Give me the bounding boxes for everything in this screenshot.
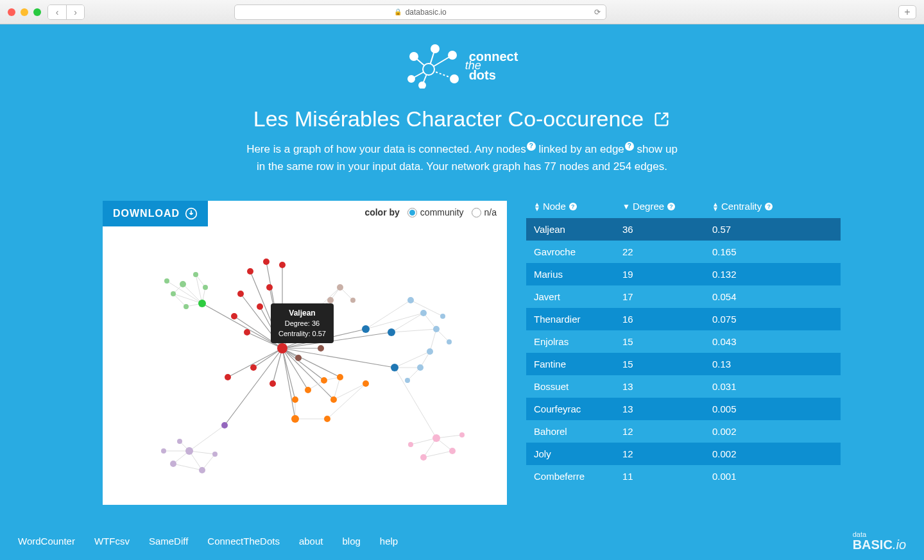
table-row[interactable]: Enjolras150.043 (526, 330, 841, 353)
svg-line-59 (334, 377, 340, 400)
svg-line-69 (173, 464, 202, 470)
svg-line-71 (395, 368, 436, 438)
color-by-label: color by (364, 207, 399, 217)
table-row[interactable]: Fantine150.13 (526, 353, 841, 375)
sort-icon: ▲▼ (712, 202, 719, 211)
svg-point-9 (449, 51, 456, 59)
svg-line-19 (234, 316, 282, 348)
help-icon[interactable]: ? (527, 142, 536, 151)
svg-point-140 (420, 454, 427, 461)
svg-point-107 (318, 345, 324, 352)
url-text: databasic.io (406, 8, 447, 17)
svg-line-48 (395, 352, 430, 368)
svg-point-86 (180, 281, 186, 287)
svg-point-89 (203, 285, 208, 290)
nav-buttons: ‹ › (47, 4, 85, 20)
svg-point-106 (305, 335, 311, 342)
maximize-window-button[interactable] (33, 8, 41, 16)
table-row[interactable]: Javert170.054 (526, 285, 841, 308)
network-graph[interactable] (103, 201, 507, 502)
table-row[interactable]: Bossuet130.031 (526, 375, 841, 398)
svg-point-126 (427, 348, 433, 355)
svg-line-67 (189, 451, 215, 454)
logo-text: connect the dots (469, 51, 518, 81)
lock-icon: 🔒 (394, 8, 402, 15)
svg-line-21 (270, 287, 282, 348)
th-degree[interactable]: ▼ Degree ? (622, 201, 712, 212)
radio-na[interactable]: n/a (472, 207, 497, 217)
back-button[interactable]: ‹ (48, 5, 66, 19)
radio-icon (407, 208, 417, 217)
svg-point-135 (177, 439, 182, 444)
reload-icon[interactable]: ⟳ (594, 8, 601, 17)
footer-link[interactable]: SameDiff (149, 536, 188, 547)
svg-point-133 (170, 461, 176, 467)
svg-line-47 (391, 329, 436, 332)
footer-link[interactable]: WTFcsv (94, 536, 130, 547)
svg-point-125 (433, 326, 440, 332)
page-title: Les Misérables Character Co-occurence (253, 106, 644, 132)
logo-area: connect the dots (0, 24, 924, 89)
svg-line-74 (436, 435, 462, 438)
svg-point-97 (231, 313, 237, 319)
svg-point-98 (244, 329, 250, 335)
svg-point-10 (408, 76, 415, 82)
footer-link[interactable]: blog (342, 536, 360, 547)
table-row[interactable]: Thenardier160.075 (526, 308, 841, 330)
table-row[interactable]: Bahorel120.002 (526, 420, 841, 443)
svg-point-122 (391, 364, 398, 371)
table-row[interactable]: Valjean360.57 (526, 218, 841, 241)
svg-line-23 (228, 348, 282, 377)
download-button[interactable]: DOWNLOAD (103, 201, 208, 226)
svg-point-105 (291, 325, 299, 333)
svg-point-130 (405, 378, 410, 383)
logo[interactable]: connect the dots (406, 44, 518, 89)
footer-link[interactable]: help (380, 536, 398, 547)
svg-point-111 (350, 298, 355, 303)
table-row[interactable]: Marius190.132 (526, 263, 841, 285)
table-row[interactable]: Courfeyrac130.005 (526, 398, 841, 420)
svg-point-136 (212, 452, 218, 457)
th-node[interactable]: ▲▼ Node ? (526, 201, 622, 212)
new-tab-button[interactable]: + (898, 5, 916, 19)
th-centrality[interactable]: ▲▼ Centrality ? (712, 201, 841, 212)
radio-community[interactable]: community (407, 207, 464, 217)
radio-icon (472, 208, 481, 217)
minimize-window-button[interactable] (21, 8, 28, 16)
close-window-button[interactable] (8, 8, 15, 16)
svg-point-114 (321, 377, 327, 384)
svg-point-132 (185, 447, 193, 455)
svg-line-41 (295, 287, 340, 329)
svg-point-6 (423, 64, 434, 75)
footer-link[interactable]: about (299, 536, 323, 547)
svg-line-40 (295, 300, 330, 329)
help-icon[interactable]: ? (625, 142, 634, 151)
table-row[interactable]: Joly120.002 (526, 443, 841, 465)
table-row[interactable]: Combeferre110.001 (526, 465, 841, 488)
svg-point-127 (417, 364, 424, 371)
svg-point-116 (330, 396, 337, 403)
footer-link[interactable]: ConnectTheDots (207, 536, 280, 547)
graph-panel: DOWNLOAD color by community n/a Valjean … (103, 201, 507, 505)
svg-line-32 (282, 348, 324, 380)
svg-point-96 (237, 291, 244, 297)
share-icon[interactable] (653, 110, 671, 128)
footer-link[interactable]: WordCounter (18, 536, 75, 547)
page: connect the dots Les Misérables Characte… (0, 24, 924, 560)
footer-brand[interactable]: data BASIC.io (853, 531, 906, 551)
svg-point-99 (266, 284, 273, 291)
svg-point-7 (410, 53, 418, 60)
svg-line-51 (430, 329, 436, 352)
help-icon[interactable]: ? (667, 203, 675, 210)
forward-button[interactable]: › (66, 5, 84, 19)
svg-point-101 (225, 374, 231, 380)
svg-point-88 (193, 272, 198, 277)
table-body: Valjean360.57Gavroche220.165Marius190.13… (526, 218, 841, 488)
help-icon[interactable]: ? (569, 203, 577, 210)
table-row[interactable]: Gavroche220.165 (526, 241, 841, 263)
svg-point-124 (420, 310, 427, 316)
help-icon[interactable]: ? (765, 203, 773, 210)
svg-point-113 (305, 387, 311, 393)
svg-point-95 (279, 262, 286, 268)
url-bar[interactable]: 🔒 databasic.io ⟳ (234, 4, 606, 20)
